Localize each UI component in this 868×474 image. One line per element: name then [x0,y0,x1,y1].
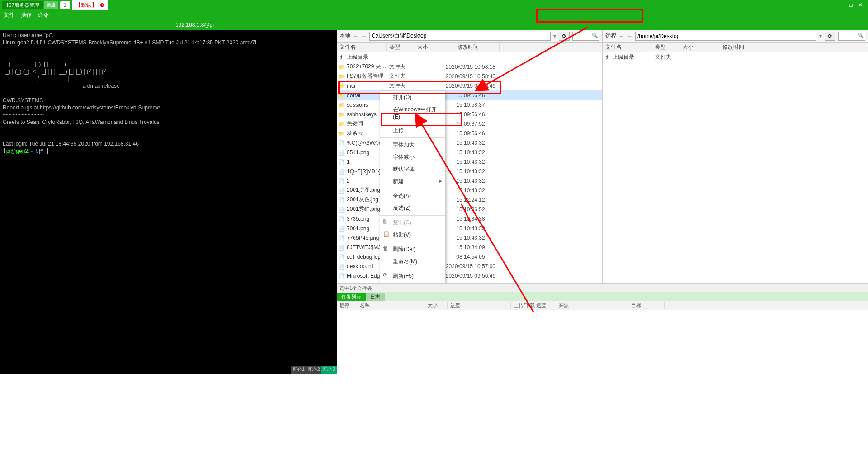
tab-log[interactable]: 日志 [366,293,385,301]
maximize-icon[interactable]: □ [849,2,853,8]
tab-default[interactable]: 【默认】⊗ [72,0,108,10]
file-row[interactable]: 📄7765P45.png15 10:43:32 [337,233,602,242]
local-refresh-button[interactable]: ⟳ [559,32,570,41]
local-pane: 文件名 类型 大小 修改时间 ⤴上级目录📁7022+7029 夹克：文件夹202… [337,43,603,283]
submenu-icon: ▸ [439,178,442,184]
col-size[interactable]: 大小 [675,43,702,51]
terminal-color-tabs: 配色1 配色2 配色3 [0,366,337,374]
color-tab-1[interactable]: 配色1 [291,366,307,374]
close-window-icon[interactable]: ✕ [858,2,863,8]
tab-1[interactable]: 1 [60,1,70,9]
context-menu: 打开(O)在Windows中打开(E)上传字体加大字体减小默认字体新建▸全选(A… [380,91,445,283]
arrow-left-icon[interactable]: ← [619,33,624,39]
remote-refresh-button[interactable]: ⟳ [825,32,835,41]
file-row[interactable]: 📁7022+7029 夹克：文件夹2020/09/15 10:58:18 [337,62,602,71]
file-row[interactable]: 📄7001.png15 10:43:32 [337,223,602,233]
file-icon: 📄 [338,215,345,223]
file-row[interactable]: 📁sessions15 10:58:37 [337,100,602,109]
arrow-right-icon[interactable]: → [627,33,632,39]
menu-item[interactable]: 重命名(M) [380,256,445,268]
file-row[interactable]: 📄O2EX_W3H'KHW.JPG13kB2020/09/15 10:34:21 [337,280,602,283]
remote-path-bar: 远程 ← → ▾ ⟳ [603,30,868,42]
col-name[interactable]: 文件名 [603,43,652,51]
file-row[interactable]: 📁IIS7服务器管理文件夹2020/09/15 10:58:46 [337,71,602,81]
file-row[interactable]: 📁mcr文件夹2020/09/15 09:56:46 [337,81,602,90]
col-type[interactable]: 类型 [387,43,409,51]
menu-item[interactable]: 在Windows中打开(E) [380,104,445,122]
up-icon: ⤴ [338,54,345,61]
file-row[interactable]: 📁发条云15 09:56:46 [337,128,602,138]
menu-bar: 文件 操作 命令 [0,10,868,20]
menu-file[interactable]: 文件 [4,11,14,19]
remote-search-input[interactable] [838,32,865,41]
file-row[interactable]: 📄2001秀红.png15 10:36:52 [337,204,602,214]
local-file-list[interactable]: ⤴上级目录📁7022+7029 夹克：文件夹2020/09/15 10:58:1… [337,52,602,283]
file-row[interactable]: 📄Microsoft Edge.ln.lnk14502020/09/15 09:… [337,271,602,280]
menu-item[interactable]: 上传 [380,124,445,137]
menu-item[interactable]: 打开(O) [380,91,445,104]
file-row[interactable]: 📄cef_debug.log08 14:54:05 [337,252,602,261]
color-tab-3[interactable]: 配色3 [321,366,337,374]
remote-path-input[interactable] [635,32,816,41]
remote-file-list[interactable]: ⤴ 上级目录 文件夹 [603,52,868,283]
file-icon: 📄 [338,158,345,166]
menu-item[interactable]: 📋粘贴(V) [380,229,445,241]
menu-item[interactable]: ⎘复制(C) [380,217,445,229]
file-row[interactable]: 📄3735.png15 10:34:38 [337,214,602,223]
file-row[interactable]: 📄2001灰色.jpg15 12:24:12 [337,195,602,204]
bottom-tabs: 任务列表 日志 [337,292,868,301]
file-row[interactable]: 📄115 10:43:32 [337,157,602,166]
menu-icon: ⟳ [383,272,387,278]
up-dir-row[interactable]: ⤴上级目录 [337,52,602,62]
title-bar: IIS7服务器管理 新建 1 【默认】⊗ — □ ✕ [0,0,868,10]
folder-icon: 📁 [338,63,345,71]
local-search-input[interactable] [572,32,599,41]
menu-item[interactable]: 字体加大 [380,139,445,151]
arrow-right-icon[interactable]: → [361,33,367,39]
up-icon: ⤴ [604,54,611,61]
col-name[interactable]: 文件名 [337,43,387,51]
menu-operate[interactable]: 操作 [21,11,32,19]
tab-tasks[interactable]: 任务列表 [337,293,366,301]
task-columns: 启停 名称 大小 进度 上传/下载 速度 来源 目标 [337,301,868,310]
file-row[interactable]: 📄2001拼图.png15 10:43:32 [337,185,602,195]
folder-icon: 📁 [338,82,345,90]
up-dir-row[interactable]: ⤴ 上级目录 文件夹 [603,52,868,62]
file-row[interactable]: 📁关键词15 09:37:52 [337,119,602,128]
menu-item[interactable]: ⟳刷新(F5) [380,270,445,282]
file-icon: 📄 [338,149,345,156]
minimize-icon[interactable]: — [839,2,844,8]
menu-icon: 📋 [383,231,390,237]
local-path-input[interactable] [369,32,551,41]
file-row[interactable]: 📄%C(@A$WA7FBI15 10:43:32 [337,138,602,147]
file-row[interactable]: 📄0511.png15 10:43:32 [337,147,602,157]
menu-cmd[interactable]: 命令 [38,11,49,19]
col-date[interactable]: 修改时间 [436,43,500,51]
menu-item[interactable]: 字体减小 [380,151,445,163]
file-row[interactable]: 📄215 10:43:32 [337,176,602,185]
col-date[interactable]: 修改时间 [702,43,765,51]
arrow-left-icon[interactable]: ← [353,33,359,39]
menu-item[interactable]: 默认字体 [380,163,445,175]
new-tab-button[interactable]: 新建 [44,1,58,9]
file-row[interactable]: 📄1Q~E]R]YD1{9RE15 10:43:32 [337,166,602,176]
menu-item[interactable]: 🗑删除(Del) [380,243,445,256]
close-icon[interactable]: ⊗ [100,2,104,8]
folder-icon: 📁 [338,120,345,128]
file-icon: 📄 [338,253,345,261]
task-area [337,310,868,374]
file-icon: 📄 [338,168,345,175]
col-size[interactable]: 大小 [409,43,436,51]
terminal[interactable]: Using username "pi". Linux gen2 5.4.51-C… [0,30,337,374]
menu-item[interactable]: 反选(Z) [380,202,445,214]
file-icon: 📄 [338,225,345,232]
file-row[interactable]: 📁qortal15 09:56:46 [337,90,602,100]
file-row[interactable]: 📄8JTTWEJ$MJ3AQ15 10:34:09 [337,242,602,252]
col-type[interactable]: 类型 [652,43,675,51]
menu-item[interactable]: 新建▸ [380,175,445,188]
file-icon: 📄 [338,177,345,185]
color-tab-2[interactable]: 配色2 [307,366,322,374]
menu-item[interactable]: 全选(A) [380,190,445,202]
file-row[interactable]: 📄desktop.ini.ini2822020/09/15 10:57:00 [337,261,602,271]
file-row[interactable]: 📁sshhostkeys15 09:56:46 [337,109,602,119]
